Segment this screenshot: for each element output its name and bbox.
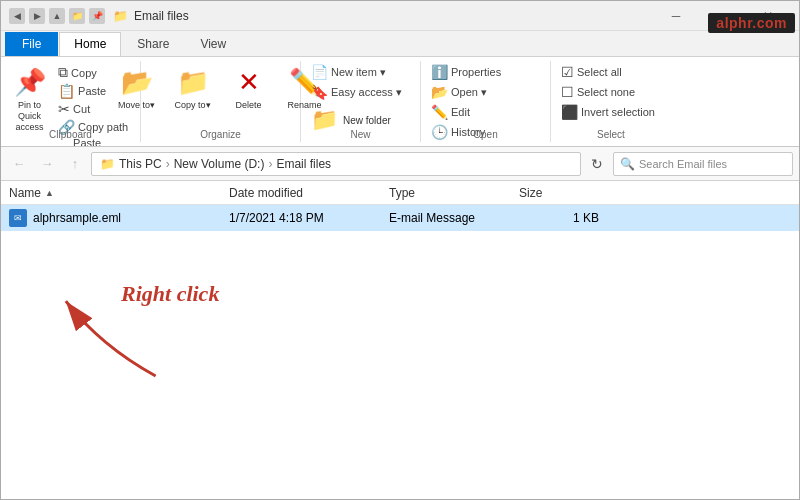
file-size: 1 KB bbox=[519, 211, 599, 225]
open-icon: 📂 bbox=[431, 84, 448, 100]
invert-icon: ⬛ bbox=[561, 104, 578, 120]
tab-file[interactable]: File bbox=[5, 32, 58, 56]
eml-file-icon: ✉ bbox=[9, 209, 27, 227]
easy-access-label: Easy access ▾ bbox=[331, 86, 402, 99]
invert-selection-button[interactable]: ⬛ Invert selection bbox=[557, 103, 659, 121]
edit-label: Edit bbox=[451, 106, 470, 118]
invert-label: Invert selection bbox=[581, 106, 655, 118]
properties-button[interactable]: ℹ️ Properties bbox=[427, 63, 505, 81]
annotation-area: Right click bbox=[1, 231, 799, 500]
file-name: alphrsample.eml bbox=[33, 211, 121, 225]
select-all-icon: ☑ bbox=[561, 64, 574, 80]
title-bar-quick-icons: ◀ ▶ ▲ 📁 📌 bbox=[9, 8, 105, 24]
path-folder-icon: 📁 bbox=[100, 157, 115, 171]
search-placeholder: Search Email files bbox=[639, 158, 727, 170]
copy-to-label: Copy to▾ bbox=[174, 100, 210, 110]
folder-icon: 📁 bbox=[113, 9, 128, 23]
new-item-label: New item ▾ bbox=[331, 66, 386, 79]
move-label: Move to▾ bbox=[118, 100, 155, 110]
paste-icon: 📋 bbox=[58, 83, 75, 99]
cut-icon: ✂ bbox=[58, 101, 70, 117]
new-item-button[interactable]: 📄 New item ▾ bbox=[307, 63, 390, 81]
address-bar: ← → ↑ 📁 This PC › New Volume (D:) › Emai… bbox=[1, 147, 799, 181]
file-name-cell: ✉ alphrsample.eml bbox=[9, 209, 229, 227]
path-this-pc: This PC bbox=[119, 157, 162, 171]
new-label: New bbox=[301, 129, 420, 140]
open-button[interactable]: 📂 Open ▾ bbox=[427, 83, 491, 101]
move-icon: 📂 bbox=[121, 67, 153, 98]
properties-label: Properties bbox=[451, 66, 501, 78]
easy-access-button[interactable]: 🔖 Easy access ▾ bbox=[307, 83, 406, 101]
folder-icon-small: 📁 bbox=[69, 8, 85, 24]
move-to-button[interactable]: 📂 Move to▾ bbox=[111, 63, 163, 127]
organize-label: Organize bbox=[141, 129, 300, 140]
copy-icon: ⧉ bbox=[58, 64, 68, 81]
select-group: ☑ Select all ☐ Select none ⬛ Invert sele… bbox=[551, 61, 671, 142]
path-volume: New Volume (D:) bbox=[174, 157, 265, 171]
copy-label: Copy bbox=[71, 67, 97, 79]
ribbon-tabs: File Home Share View bbox=[1, 31, 799, 57]
col-header-type[interactable]: Type bbox=[389, 186, 519, 200]
search-box[interactable]: 🔍 Search Email files bbox=[613, 152, 793, 176]
file-list-header: Name ▲ Date modified Type Size bbox=[1, 181, 799, 205]
new-folder-label: New folder bbox=[343, 115, 391, 126]
title-bar: ◀ ▶ ▲ 📁 📌 📁 Email files ─ □ ✕ alphr.com bbox=[1, 1, 799, 31]
select-none-button[interactable]: ☐ Select none bbox=[557, 83, 639, 101]
window-title: 📁 Email files bbox=[113, 9, 653, 23]
pin-icon[interactable]: 📌 bbox=[89, 8, 105, 24]
open-group: ℹ️ Properties 📂 Open ▾ ✏️ Edit 🕒 History… bbox=[421, 61, 551, 142]
pin-to-quick-access-button[interactable]: 📌 Pin to Quick access bbox=[7, 63, 52, 127]
minimize-button[interactable]: ─ bbox=[653, 1, 699, 31]
right-click-annotation: Right click bbox=[121, 281, 219, 307]
col-header-name[interactable]: Name ▲ bbox=[9, 186, 229, 200]
table-row[interactable]: ✉ alphrsample.eml 1/7/2021 4:18 PM E-mai… bbox=[1, 205, 799, 231]
open-label: Open bbox=[421, 129, 550, 140]
back-nav-button[interactable]: ← bbox=[7, 152, 31, 176]
pin-icon: 📌 bbox=[14, 67, 46, 98]
delete-icon: ✕ bbox=[238, 67, 260, 98]
col-header-size[interactable]: Size bbox=[519, 186, 599, 200]
col-header-date[interactable]: Date modified bbox=[229, 186, 389, 200]
path-sep-1: › bbox=[166, 157, 170, 171]
up-icon[interactable]: ▲ bbox=[49, 8, 65, 24]
delete-label: Delete bbox=[235, 100, 261, 110]
paste-label: Paste bbox=[78, 85, 106, 97]
tab-home[interactable]: Home bbox=[59, 32, 121, 56]
copy-to-button[interactable]: 📁 Copy to▾ bbox=[167, 63, 219, 127]
search-icon: 🔍 bbox=[620, 157, 635, 171]
edit-icon: ✏️ bbox=[431, 104, 448, 120]
title-text: Email files bbox=[134, 9, 189, 23]
properties-icon: ℹ️ bbox=[431, 64, 448, 80]
ribbon-body: 📌 Pin to Quick access ⧉ Copy 📋 Paste ✂ C… bbox=[1, 57, 799, 147]
tab-share[interactable]: Share bbox=[122, 32, 184, 56]
sort-arrow: ▲ bbox=[45, 188, 54, 198]
new-group: 📄 New item ▾ 🔖 Easy access ▾ 📁 New folde… bbox=[301, 61, 421, 142]
main-content: Name ▲ Date modified Type Size ✉ alphrsa… bbox=[1, 181, 799, 500]
address-path[interactable]: 📁 This PC › New Volume (D:) › Email file… bbox=[91, 152, 581, 176]
alphr-logo: alphr.com bbox=[708, 13, 795, 33]
edit-button[interactable]: ✏️ Edit bbox=[427, 103, 474, 121]
select-label: Select bbox=[551, 129, 671, 140]
forward-icon[interactable]: ▶ bbox=[29, 8, 45, 24]
col-name-label: Name bbox=[9, 186, 41, 200]
tab-view[interactable]: View bbox=[185, 32, 241, 56]
cut-label: Cut bbox=[73, 103, 90, 115]
forward-nav-button[interactable]: → bbox=[35, 152, 59, 176]
path-sep-2: › bbox=[268, 157, 272, 171]
easy-access-icon: 🔖 bbox=[311, 84, 328, 100]
new-item-icon: 📄 bbox=[311, 64, 328, 80]
refresh-button[interactable]: ↻ bbox=[585, 152, 609, 176]
open-label: Open ▾ bbox=[451, 86, 487, 99]
delete-button[interactable]: ✕ Delete bbox=[223, 63, 275, 127]
select-none-label: Select none bbox=[577, 86, 635, 98]
file-date: 1/7/2021 4:18 PM bbox=[229, 211, 389, 225]
copy-to-icon: 📁 bbox=[177, 67, 209, 98]
pin-label: Pin to Quick access bbox=[9, 100, 50, 132]
select-all-button[interactable]: ☑ Select all bbox=[557, 63, 626, 81]
select-all-label: Select all bbox=[577, 66, 622, 78]
organize-group: 📂 Move to▾ 📁 Copy to▾ ✕ Delete ✏️ Rename… bbox=[141, 61, 301, 142]
path-email-files: Email files bbox=[276, 157, 331, 171]
back-icon[interactable]: ◀ bbox=[9, 8, 25, 24]
up-nav-button[interactable]: ↑ bbox=[63, 152, 87, 176]
select-none-icon: ☐ bbox=[561, 84, 574, 100]
